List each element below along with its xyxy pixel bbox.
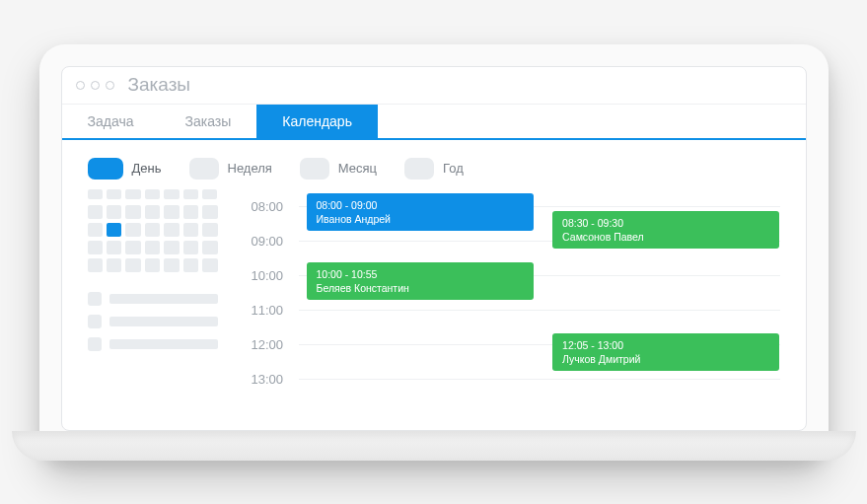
titlebar: Заказы [62,67,806,105]
tab-bar: Задача Заказы Календарь [62,105,806,140]
laptop-base [12,431,856,461]
event-name: Беляев Константин [317,281,524,295]
calendar-event[interactable]: 10:00 - 10:55 Беляев Константин [307,262,534,300]
window-controls[interactable] [76,81,114,90]
hour-label: 10:00 [252,268,299,283]
range-day[interactable]: День [88,158,162,180]
event-name: Лучков Дмитрий [562,352,769,366]
event-name: Самсонов Павел [562,230,769,244]
range-month[interactable]: Месяц [300,158,377,180]
hour-label: 12:00 [252,337,299,352]
event-time: 08:00 - 09:00 [317,198,524,212]
mini-calendar[interactable] [88,205,218,272]
range-day-label: День [132,161,162,176]
range-month-label: Месяц [338,161,377,176]
events-layer: 08:00 - 09:00 Иванов Андрей 08:30 - 09:3… [307,189,780,396]
minimize-icon[interactable] [91,81,100,90]
range-year-label: Год [443,161,464,176]
range-pill-icon [300,158,329,180]
legend-item [88,292,218,306]
sidebar [88,189,218,396]
hour-label: 09:00 [252,234,299,249]
event-time: 08:30 - 09:30 [562,216,769,230]
event-time: 10:00 - 10:55 [317,267,524,281]
calendar-event[interactable]: 12:05 - 13:00 Лучков Дмитрий [552,333,779,371]
range-pill-icon [88,158,123,180]
mini-calendar-selected-day[interactable] [107,223,121,237]
maximize-icon[interactable] [106,81,114,90]
range-week[interactable]: Неделя [189,158,272,180]
close-icon[interactable] [76,81,85,90]
tab-tasks[interactable]: Задача [62,105,160,138]
app-window: Заказы Задача Заказы Календарь День Неде… [61,66,807,431]
mini-calendar-header [88,189,218,199]
legend [88,292,218,351]
hour-label: 13:00 [252,372,299,387]
event-time: 12:05 - 13:00 [562,338,769,352]
range-pill-icon [189,158,219,180]
range-pill-icon [404,158,434,180]
tab-orders[interactable]: Заказы [159,105,256,138]
laptop-frame: Заказы Задача Заказы Календарь День Неде… [39,44,829,461]
legend-item [88,315,218,328]
calendar-event[interactable]: 08:00 - 09:00 Иванов Андрей [307,193,534,231]
hour-label: 08:00 [252,199,299,214]
calendar-body: 08:00 09:00 10:00 11:00 12:00 13:00 08:0… [62,189,806,416]
tab-calendar[interactable]: Календарь [256,105,378,138]
timeline: 08:00 09:00 10:00 11:00 12:00 13:00 08:0… [252,189,780,396]
event-name: Иванов Андрей [317,212,524,226]
range-selector: День Неделя Месяц Год [62,140,806,189]
window-title: Заказы [128,74,191,96]
range-year[interactable]: Год [404,158,464,180]
hour-label: 11:00 [252,303,299,318]
range-week-label: Неделя [228,161,272,176]
legend-item [88,337,218,351]
calendar-event[interactable]: 08:30 - 09:30 Самсонов Павел [552,211,779,249]
